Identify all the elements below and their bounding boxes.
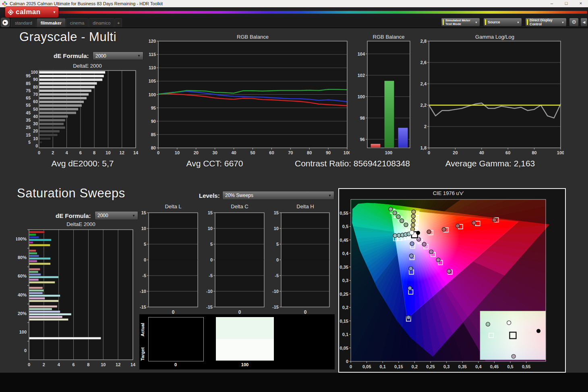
svg-text:80: 80 — [307, 150, 312, 155]
patch-0-label: 0 — [148, 362, 203, 367]
svg-text:30: 30 — [33, 121, 38, 126]
tab-nav-button[interactable]: ▶ — [1, 18, 10, 27]
svg-text:5: 5 — [210, 242, 213, 247]
calman-window: Calman 2025 Calman Ultimate for Business… — [0, 0, 588, 392]
svg-text:0,2: 0,2 — [412, 364, 418, 369]
svg-text:Delta L: Delta L — [165, 203, 181, 209]
simulated-meter-button[interactable]: Simulated Meter Test Mode ▼ — [441, 18, 480, 27]
source-button[interactable]: Source ▼ — [483, 18, 522, 27]
meter-button-line2: Test Mode — [445, 22, 470, 26]
tab-standard[interactable]: standard — [11, 18, 36, 27]
svg-text:0,4: 0,4 — [342, 251, 349, 256]
tab-dinamico[interactable]: dinamico — [89, 18, 114, 27]
svg-text:45: 45 — [26, 110, 31, 115]
svg-text:80: 80 — [33, 85, 38, 89]
svg-text:0: 0 — [24, 348, 27, 353]
svg-text:0,1: 0,1 — [342, 332, 348, 337]
gs-de-formula-label: dE Formula: — [54, 52, 89, 59]
svg-text:100: 100 — [31, 70, 38, 75]
svg-text:40: 40 — [33, 114, 38, 119]
svg-text:100: 100 — [344, 150, 350, 155]
cie-1976-panel: 00,050,10,150,20,250,30,350,40,450,50,55… — [338, 188, 566, 373]
svg-text:100: 100 — [557, 150, 564, 155]
meter-button-line1: Simulated Meter — [445, 19, 470, 22]
chevron-down-icon: ▼ — [517, 21, 520, 24]
sat-de-formula-value: 2000 — [97, 213, 108, 218]
levels-dropdown[interactable]: 20% Sweeps ▼ — [222, 191, 334, 200]
patch-100-target — [216, 339, 274, 361]
svg-text:DeltaE 2000: DeltaE 2000 — [66, 221, 95, 227]
tab-cinema[interactable]: cinema — [66, 18, 88, 27]
svg-text:85: 85 — [151, 132, 156, 137]
svg-text:0,1: 0,1 — [380, 364, 386, 369]
svg-text:60: 60 — [505, 150, 510, 155]
minimize-button[interactable]: – — [546, 0, 557, 7]
svg-text:120: 120 — [149, 39, 156, 44]
svg-text:-5: -5 — [209, 273, 213, 278]
direct-display-control-button[interactable]: Direct Display Control ▼ — [525, 18, 567, 27]
close-button[interactable]: × — [575, 0, 586, 7]
calman-logo-text: calman — [16, 8, 41, 16]
svg-text:-10: -10 — [206, 289, 213, 294]
svg-text:-5: -5 — [275, 273, 279, 278]
svg-text:0,3: 0,3 — [342, 278, 348, 283]
accent-bar — [527, 19, 528, 25]
saturation-section-title: Saturation Sweeps — [17, 186, 125, 201]
svg-text:100: 100 — [19, 330, 27, 334]
gs-de-formula-dropdown[interactable]: 2000 ▼ — [93, 52, 143, 60]
accent-bar — [485, 19, 486, 25]
svg-text:10: 10 — [141, 226, 146, 231]
svg-text:0,25: 0,25 — [426, 364, 435, 369]
svg-text:10: 10 — [33, 136, 38, 141]
svg-text:0,55: 0,55 — [522, 364, 530, 369]
chevron-down-icon: ▼ — [475, 21, 478, 24]
svg-text:0: 0 — [210, 257, 213, 262]
svg-text:Delta H: Delta H — [296, 203, 314, 209]
calman-logo-button[interactable]: calman ▼ — [5, 6, 59, 18]
chevron-down-icon: ▼ — [561, 21, 564, 24]
levels-label: Levels: — [199, 192, 220, 199]
collapse-panel-button[interactable]: ◀ — [580, 18, 588, 27]
svg-text:75: 75 — [26, 88, 31, 93]
svg-text:0,35: 0,35 — [340, 265, 348, 270]
svg-text:100: 100 — [358, 94, 365, 99]
svg-text:0: 0 — [38, 150, 40, 155]
play-icon: ▶ — [2, 20, 8, 25]
gamma-chart: Gamma Log/Log1,822,22,42,62,802040608010… — [419, 34, 564, 156]
svg-text:0,2: 0,2 — [342, 305, 348, 310]
svg-text:0: 0 — [28, 362, 30, 367]
svg-text:95: 95 — [151, 106, 156, 110]
svg-text:0,5: 0,5 — [507, 364, 513, 369]
svg-text:10: 10 — [101, 362, 106, 367]
svg-text:35: 35 — [26, 118, 31, 122]
sat-de-formula-dropdown[interactable]: 2000 ▼ — [95, 211, 138, 220]
svg-text:15: 15 — [274, 210, 279, 215]
cie-1976-chart: 00,050,10,150,20,250,30,350,40,450,50,55… — [339, 189, 565, 372]
svg-text:2: 2 — [52, 150, 54, 155]
svg-text:5: 5 — [144, 242, 146, 247]
svg-text:0,15: 0,15 — [394, 364, 403, 369]
stat-average-gamma: Average Gamma: 2,163 — [430, 159, 551, 168]
settings-button[interactable]: ⚙ — [569, 18, 579, 27]
add-tab-button[interactable]: + — [115, 18, 122, 27]
tab-filmmaker[interactable]: filmmaker — [37, 18, 66, 27]
svg-text:8: 8 — [93, 150, 95, 155]
svg-text:14: 14 — [133, 150, 139, 155]
grayscale-deltae-chart: DeltaE 200002468101214100959085807570656… — [22, 63, 139, 157]
svg-text:-15: -15 — [272, 305, 279, 309]
restore-button[interactable]: □ — [561, 0, 572, 7]
svg-text:65: 65 — [26, 95, 31, 100]
svg-text:4: 4 — [58, 362, 60, 367]
svg-text:12: 12 — [120, 150, 124, 155]
stat-avg-cct: Avg CCT: 6670 — [154, 159, 275, 168]
svg-text:90: 90 — [151, 119, 156, 124]
patch-0 — [148, 317, 204, 361]
svg-text:102: 102 — [358, 73, 365, 78]
svg-text:0: 0 — [157, 150, 159, 155]
svg-text:0: 0 — [144, 257, 146, 262]
svg-text:-10: -10 — [140, 289, 146, 294]
ddc-button-label: Direct Display Control — [530, 18, 561, 26]
svg-text:-5: -5 — [142, 273, 146, 278]
svg-text:6: 6 — [79, 150, 82, 155]
svg-text:0,4: 0,4 — [475, 364, 482, 369]
